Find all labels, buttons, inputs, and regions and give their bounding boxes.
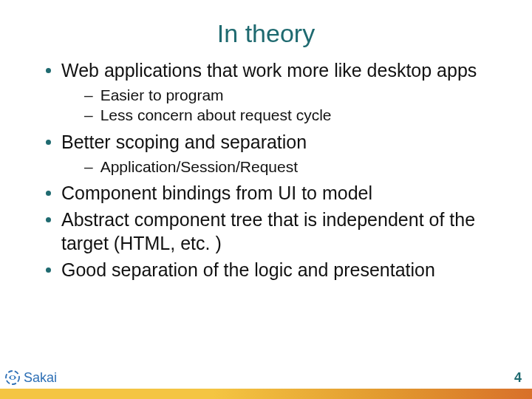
dash-icon: – [84,105,93,125]
list-item-text: Web applications that work more like des… [61,58,477,82]
list-item-text: Component bindings from UI to model [61,181,372,205]
sublist-item-text: Less concern about request cycle [100,105,332,125]
logo: Sakai [4,369,57,386]
page-number: 4 [514,370,522,386]
logo-icon [4,369,21,386]
bullet-icon [46,140,51,145]
slide-title: In theory [0,0,532,58]
sublist-item: – Application/Session/Request [84,157,497,177]
bullet-icon [46,267,51,273]
bullet-list: Web applications that work more like des… [0,58,532,282]
bullet-icon [46,68,51,73]
list-item-text: Good separation of the logic and present… [61,258,435,282]
sublist: – Application/Session/Request [46,157,497,177]
bullet-icon [46,191,51,196]
bullet-icon [46,217,51,222]
list-item: Component bindings from UI to model [46,181,497,205]
logo-text: Sakai [24,370,57,386]
list-item: Web applications that work more like des… [46,58,497,126]
dash-icon: – [84,85,93,105]
list-item-text: Better scoping and separation [61,130,307,154]
list-item: Better scoping and separation – Applicat… [46,130,497,177]
dash-icon: – [84,157,93,177]
svg-point-1 [11,376,15,380]
list-item: Abstract component tree that is independ… [46,208,497,255]
sublist: – Easier to program – Less concern about… [46,85,497,126]
list-item: Good separation of the logic and present… [46,258,497,282]
sublist-item-text: Application/Session/Request [100,157,298,177]
sublist-item: – Easier to program [84,85,497,105]
slide: In theory Web applications that work mor… [0,0,532,399]
sublist-item-text: Easier to program [100,85,224,105]
footer-band [0,389,532,399]
sublist-item: – Less concern about request cycle [84,105,497,125]
list-item-text: Abstract component tree that is independ… [61,208,497,255]
